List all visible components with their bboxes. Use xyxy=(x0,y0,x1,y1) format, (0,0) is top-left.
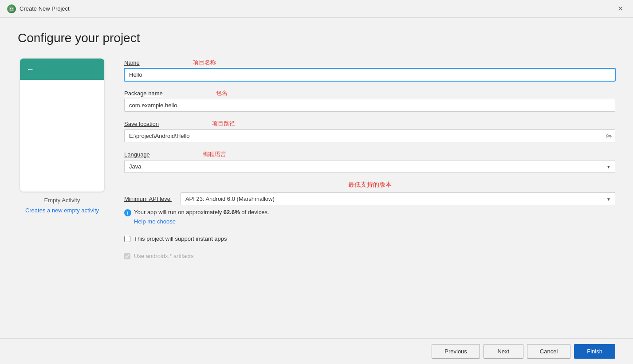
package-name-label: Package name xyxy=(124,90,163,97)
language-select-wrapper: Java Kotlin xyxy=(124,160,615,173)
language-annotation: 编程语言 xyxy=(203,150,226,158)
content-area: ← Empty Activity Creates a new empty act… xyxy=(18,59,615,329)
name-input[interactable] xyxy=(124,68,615,81)
form-panel: Name 项目名称 Package name 包名 Save location … xyxy=(124,59,615,329)
help-link[interactable]: Help me choose xyxy=(134,218,615,225)
save-location-input-wrapper: 🗁 xyxy=(124,129,615,142)
api-level-annotation: 最低支持的版本 xyxy=(124,181,615,189)
save-location-label-row: Save location 项目路径 xyxy=(124,120,615,128)
androidx-label: Use androidx.* artifacts xyxy=(134,253,193,259)
footer: Previous Next Cancel Finish xyxy=(0,338,633,364)
title-bar-text: Create New Project xyxy=(20,5,70,12)
package-name-annotation: 包名 xyxy=(216,89,228,97)
language-label-row: Language 编程语言 xyxy=(124,150,615,158)
androidx-checkbox-row: Use androidx.* artifacts xyxy=(124,253,615,259)
instant-apps-checkbox-row: This project will support instant apps xyxy=(124,235,615,242)
device-coverage-text: Your app will run on approximately 62.6%… xyxy=(134,209,269,215)
name-label: Name xyxy=(124,59,140,66)
phone-header-bar: ← xyxy=(20,59,104,80)
instant-apps-checkbox[interactable] xyxy=(124,236,130,242)
minimum-api-label: Minimum API level xyxy=(124,196,172,202)
next-button[interactable]: Next xyxy=(484,344,523,359)
close-button[interactable]: ✕ xyxy=(615,4,626,14)
package-name-field-row: Package name 包名 xyxy=(124,89,615,112)
phone-preview: ← xyxy=(20,59,104,192)
folder-browse-icon[interactable]: 🗁 xyxy=(605,133,612,140)
app-icon: 🤖 xyxy=(7,4,16,13)
page-title: Configure your project xyxy=(18,31,615,45)
finish-button[interactable]: Finish xyxy=(574,344,615,359)
name-label-row: Name 项目名称 xyxy=(124,59,615,67)
api-select-wrapper: API 16: Android 4.1 (Jelly Bean) API 17:… xyxy=(181,192,615,205)
previous-button[interactable]: Previous xyxy=(432,344,480,359)
minimum-api-select[interactable]: API 16: Android 4.1 (Jelly Bean) API 17:… xyxy=(181,192,615,205)
creates-label: Creates a new empty activity xyxy=(25,207,99,214)
api-level-row: Minimum API level API 16: Android 4.1 (J… xyxy=(124,192,615,205)
api-level-field-row: 最低支持的版本 Minimum API level API 16: Androi… xyxy=(124,181,615,225)
instant-apps-label: This project will support instant apps xyxy=(134,235,227,242)
phone-body xyxy=(20,80,104,192)
save-location-field-row: Save location 项目路径 🗁 xyxy=(124,120,615,142)
language-select[interactable]: Java Kotlin xyxy=(124,160,615,173)
save-location-input[interactable] xyxy=(124,129,615,142)
cancel-button[interactable]: Cancel xyxy=(527,344,570,359)
name-annotation: 项目名称 xyxy=(193,59,216,67)
device-coverage-row: i Your app will run on approximately 62.… xyxy=(124,209,615,216)
info-icon: i xyxy=(124,209,131,216)
device-coverage-percent: 62.6% xyxy=(224,209,240,215)
package-name-label-row: Package name 包名 xyxy=(124,89,615,97)
androidx-checkbox[interactable] xyxy=(124,253,130,259)
activity-label: Empty Activity xyxy=(44,197,80,204)
name-field-row: Name 项目名称 xyxy=(124,59,615,81)
left-panel: ← Empty Activity Creates a new empty act… xyxy=(18,59,106,329)
title-bar-left: 🤖 Create New Project xyxy=(7,4,70,13)
language-field-row: Language 编程语言 Java Kotlin xyxy=(124,150,615,173)
save-location-label: Save location xyxy=(124,121,159,127)
main-content: Configure your project ← Empty Activity … xyxy=(0,18,633,338)
title-bar: 🤖 Create New Project ✕ xyxy=(0,0,633,18)
package-name-input[interactable] xyxy=(124,99,615,112)
language-label: Language xyxy=(124,151,150,158)
back-arrow-icon: ← xyxy=(26,65,34,74)
save-location-annotation: 项目路径 xyxy=(212,120,235,128)
